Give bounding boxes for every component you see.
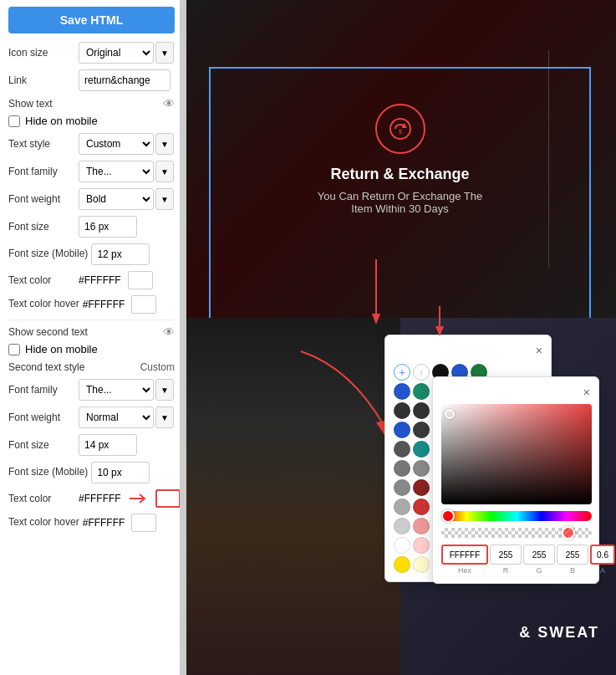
- font-weight-arrow[interactable]: ▼: [155, 188, 174, 210]
- show-second-text-row: Show second text 👁: [8, 325, 175, 339]
- color-dot-8-2[interactable]: [413, 499, 430, 515]
- font-size-input[interactable]: [79, 216, 137, 238]
- text-color-hover-row: Text color hover #FFFFFF: [8, 295, 175, 314]
- color-dot-3-1[interactable]: [394, 402, 410, 419]
- text-style-arrow[interactable]: ▼: [155, 133, 174, 155]
- r-label: R: [503, 566, 509, 575]
- link-row: Link: [8, 69, 175, 91]
- g-input-group: G: [523, 545, 555, 575]
- color-dot-11-1[interactable]: [394, 556, 410, 573]
- color-dot-5-2[interactable]: [413, 441, 430, 458]
- second-font-weight-row: Font weight Normal ▼: [8, 407, 175, 428]
- adv-picker-close[interactable]: ×: [583, 386, 590, 399]
- hue-slider[interactable]: [441, 511, 592, 521]
- scroll-bar[interactable]: [180, 0, 186, 675]
- color-dot-10-1[interactable]: [394, 537, 410, 554]
- font-size-label: Font size: [8, 221, 75, 233]
- alpha-slider[interactable]: [441, 528, 592, 538]
- second-font-weight-arrow[interactable]: ▼: [155, 407, 174, 428]
- text-style-row: Text style Custom ▼: [8, 133, 175, 155]
- color-dot-6-2[interactable]: [413, 460, 430, 477]
- text-color-hover-label: Text color hover: [8, 298, 79, 311]
- font-family-arrow[interactable]: ▼: [155, 161, 174, 182]
- color-gradient-canvas[interactable]: [441, 404, 592, 504]
- color-dot-4-1[interactable]: [394, 422, 410, 438]
- font-weight-label: Font weight: [8, 193, 75, 205]
- icon-size-select[interactable]: Original: [79, 42, 154, 64]
- color-picker-close[interactable]: ×: [536, 344, 542, 357]
- text-style-select[interactable]: Custom: [79, 133, 154, 155]
- text-color-hover-swatch[interactable]: [131, 295, 156, 314]
- second-font-weight-select[interactable]: Normal: [79, 407, 154, 428]
- second-font-size-mobile-row: Font size (Mobile): [8, 462, 175, 483]
- second-font-size-input[interactable]: [79, 434, 137, 456]
- hex-input-group: Hex: [441, 545, 488, 575]
- hide-mobile-checkbox[interactable]: [8, 115, 20, 127]
- a-input[interactable]: [590, 545, 615, 565]
- font-size-mobile-input[interactable]: [91, 243, 150, 265]
- return-icon: $: [389, 117, 412, 141]
- svg-marker-2: [372, 314, 380, 325]
- color-dot-2-2[interactable]: [413, 383, 430, 400]
- second-hide-mobile-checkbox[interactable]: [8, 344, 20, 355]
- color-dot-6-1[interactable]: [394, 460, 410, 477]
- second-font-family-select[interactable]: The...: [79, 379, 154, 401]
- color-dot-7-2[interactable]: [413, 479, 430, 496]
- no-color-button[interactable]: /: [413, 364, 430, 381]
- icon-size-row: Icon size Original ▼: [8, 42, 175, 64]
- color-dot-10-2[interactable]: [413, 537, 430, 554]
- second-text-style-label: Second text style: [8, 361, 84, 373]
- second-font-family-label: Font family: [8, 384, 75, 396]
- color-dot-11-2[interactable]: [413, 556, 430, 573]
- link-input[interactable]: [79, 69, 171, 91]
- b-input[interactable]: [557, 545, 588, 565]
- font-family-select[interactable]: The...: [79, 161, 154, 182]
- second-text-color-swatch[interactable]: [155, 489, 181, 508]
- text-color-row: Text color #FFFFFF: [8, 271, 175, 289]
- color-popup-header: ×: [394, 344, 542, 357]
- color-dot-8-1[interactable]: [394, 499, 410, 515]
- second-text-color-hover-swatch[interactable]: [131, 514, 156, 532]
- color-dot-9-2[interactable]: [413, 518, 430, 534]
- preview-canvas: $ Return & Exchange You Can Return Or Ex…: [184, 0, 616, 675]
- show-second-text-label: Show second text: [8, 326, 88, 338]
- icon-size-arrow[interactable]: ▼: [155, 42, 174, 64]
- hex-input[interactable]: [441, 545, 488, 565]
- popup-arrow-container: [431, 306, 448, 339]
- popup-red-arrow: [431, 306, 448, 336]
- hex-label: Hex: [458, 566, 471, 575]
- g-input[interactable]: [523, 545, 555, 565]
- text-color-value: #FFFFFF: [79, 274, 121, 286]
- second-font-weight-label: Font weight: [8, 412, 75, 423]
- feature-title: Return & Exchange: [317, 166, 484, 183]
- second-text-style-row: Second text style Custom: [8, 361, 175, 373]
- icon-size-label: Icon size: [8, 47, 75, 59]
- svg-marker-4: [435, 326, 444, 336]
- divider-1: [8, 320, 175, 320]
- second-font-size-mobile-input[interactable]: [91, 462, 150, 483]
- color-dot-5-1[interactable]: [394, 441, 410, 458]
- second-font-family-arrow[interactable]: ▼: [155, 379, 174, 401]
- hide-mobile-label: Hide on mobile: [25, 115, 98, 127]
- r-input-group: R: [490, 545, 522, 575]
- color-dot-9-1[interactable]: [394, 518, 410, 534]
- show-text-row: Show text 👁: [8, 97, 175, 110]
- second-text-style-value: Custom: [140, 361, 175, 373]
- color-dot-7-1[interactable]: [394, 479, 410, 496]
- sweat-text: & SWEAT: [519, 624, 599, 642]
- color-dot-4-2[interactable]: [413, 422, 430, 438]
- color-dot-2-1[interactable]: [394, 383, 410, 400]
- advanced-color-picker: × Hex R: [432, 376, 599, 584]
- show-text-eye-icon[interactable]: 👁: [163, 97, 175, 110]
- show-text-label: Show text: [8, 98, 53, 110]
- show-second-text-eye-icon[interactable]: 👁: [163, 325, 175, 339]
- font-weight-select[interactable]: Bold: [79, 188, 154, 210]
- red-arrow-svg-1: [326, 251, 426, 335]
- save-html-button[interactable]: Save HTML: [8, 7, 175, 33]
- second-font-family-select-wrap: The... ▼: [79, 379, 174, 401]
- color-dot-3-2[interactable]: [413, 402, 430, 419]
- r-input[interactable]: [490, 545, 522, 565]
- add-color-button[interactable]: +: [394, 364, 410, 381]
- text-color-swatch[interactable]: [128, 271, 153, 289]
- text-style-label: Text style: [8, 138, 75, 150]
